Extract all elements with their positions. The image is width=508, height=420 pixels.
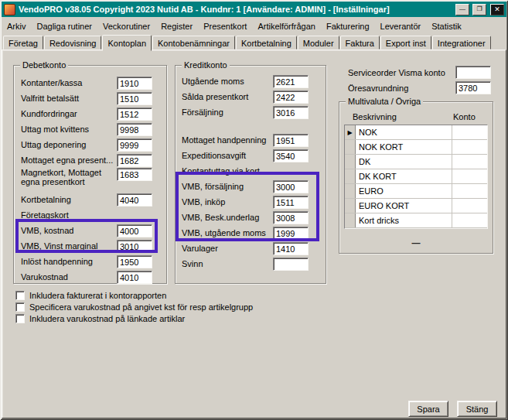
account-field[interactable]: 1951: [273, 134, 309, 147]
menu-item-3[interactable]: Veckorutiner: [97, 19, 155, 33]
menu-item-7[interactable]: Fakturering: [321, 19, 375, 33]
account-field[interactable]: 1950: [117, 255, 152, 268]
account-field[interactable]: 1511: [273, 196, 309, 209]
tab-kontobenämningar[interactable]: Kontobenämningar: [152, 36, 235, 50]
oresavrundning-field[interactable]: 3780: [455, 81, 491, 94]
account-field[interactable]: 9999: [117, 138, 152, 152]
account-field[interactable]: 3010: [117, 240, 152, 253]
account-field[interactable]: 3000: [273, 180, 309, 193]
currency-row[interactable]: Kort dricks: [345, 213, 487, 228]
serviceorder-field[interactable]: [455, 66, 491, 79]
row-spacer: [182, 120, 309, 132]
currency-row[interactable]: NOK KORT: [345, 140, 487, 155]
tab-integrationer[interactable]: Integrationer: [432, 36, 491, 50]
account-field[interactable]: 9998: [117, 123, 152, 136]
row-selector[interactable]: [345, 213, 356, 227]
account-row: Inlöst handpenning1950: [21, 254, 152, 269]
currency-name: DK KORT: [356, 169, 452, 183]
account-field[interactable]: 4040: [117, 193, 152, 207]
account-row: Expeditionsavgift3540: [182, 148, 309, 163]
account-field[interactable]: 3540: [273, 149, 309, 162]
account-row: Mottaget egna present...1682: [21, 152, 152, 168]
close-button[interactable]: ✕: [490, 4, 504, 15]
menu-item-5[interactable]: Presentkort: [198, 19, 252, 33]
spara-button[interactable]: Spara: [408, 401, 448, 417]
row-selector[interactable]: [345, 140, 356, 154]
currency-konto-field[interactable]: [452, 213, 487, 227]
tab-företag[interactable]: Företag: [3, 36, 43, 50]
account-field[interactable]: 4000: [117, 224, 152, 237]
currency-konto-field[interactable]: [452, 199, 487, 213]
account-field[interactable]: [273, 258, 309, 271]
checkbox[interactable]: [15, 302, 25, 312]
checkbox-row[interactable]: Inkludera varukostnad på länkade artikla…: [15, 312, 253, 324]
currency-name: NOK KORT: [356, 140, 452, 154]
tab-faktura[interactable]: Faktura: [340, 36, 380, 50]
currency-row[interactable]: EURO KORT: [345, 199, 487, 213]
account-label: VMB, försäljning: [182, 183, 273, 191]
menu-item-6[interactable]: Artikelförfrågan: [252, 19, 321, 33]
maximize-button[interactable]: ❐: [472, 4, 486, 15]
account-field[interactable]: 1999: [273, 227, 309, 240]
account-field[interactable]: 1682: [117, 154, 152, 167]
row-selector[interactable]: [345, 199, 356, 213]
checkbox[interactable]: [15, 314, 25, 323]
row-selector[interactable]: [345, 184, 356, 198]
currency-name: EURO: [356, 184, 452, 198]
menu-item-4[interactable]: Register: [155, 19, 198, 33]
account-row: Kontantuttag via kort: [182, 163, 309, 179]
menu-item-1[interactable]: Arkiv: [2, 19, 31, 33]
currency-row[interactable]: EURO: [345, 184, 487, 199]
account-label: Kundfordringar: [21, 110, 117, 118]
tab-redovisning[interactable]: Redovisning: [44, 36, 102, 50]
table-navigator[interactable]: —: [339, 238, 493, 248]
account-field[interactable]: 3008: [273, 211, 309, 224]
row-selector[interactable]: [345, 155, 356, 169]
account-label: VMB, kostnad: [21, 227, 117, 235]
serviceorder-label: Serviceorder Visma konto: [348, 68, 445, 77]
account-field[interactable]: 1512: [117, 108, 152, 121]
account-row: Varulager1410: [182, 241, 309, 256]
tab-moduler[interactable]: Moduler: [298, 36, 339, 50]
currency-row[interactable]: DK: [345, 155, 487, 169]
menu-item-2[interactable]: Dagliga rutiner: [31, 19, 97, 33]
account-field[interactable]: 1910: [117, 77, 152, 90]
debet-rows: Kontanter/kassa1910Valfritt betalsätt151…: [14, 66, 166, 283]
account-field[interactable]: 4010: [117, 271, 152, 284]
tab-kontoplan[interactable]: Kontoplan: [102, 35, 152, 51]
currency-konto-field[interactable]: [452, 140, 487, 154]
tab-kortbetalning[interactable]: Kortbetalning: [236, 36, 297, 50]
account-field[interactable]: 1683: [117, 168, 152, 181]
account-row: Magnetkort, Mottaget egna presentkort168…: [21, 168, 152, 192]
menu-item-8[interactable]: Leverantör: [375, 19, 427, 33]
account-field[interactable]: 1410: [273, 242, 309, 255]
stang-button[interactable]: Stäng: [457, 401, 497, 417]
checkbox-row[interactable]: Specificera varukostnad på angivet kst f…: [15, 301, 253, 312]
account-row: Kontanter/kassa1910: [21, 75, 152, 90]
account-label: Kortbetalning: [21, 196, 117, 204]
account-field[interactable]: 2422: [273, 90, 309, 104]
currency-konto-field[interactable]: [452, 184, 487, 198]
currency-table: ▶NOKNOK KORTDKDK KORTEUROEURO KORTKort d…: [344, 125, 488, 229]
minimize-button[interactable]: —: [455, 4, 469, 15]
currency-name: Kort dricks: [356, 213, 452, 227]
currency-konto-field[interactable]: [452, 169, 487, 183]
account-field[interactable]: 3016: [273, 106, 309, 119]
account-row: VMB, utgående moms1999: [182, 225, 309, 241]
menu-item-9[interactable]: Statistik: [426, 19, 467, 33]
tab-export-inst[interactable]: Export inst: [380, 36, 431, 50]
account-label: VMB, Besk.underlag: [182, 213, 273, 222]
account-label: Inlöst handpenning: [21, 258, 117, 266]
checkbox-label: Inkludera varukostnad på länkade artikla…: [29, 314, 185, 323]
currency-konto-field[interactable]: [452, 155, 487, 169]
checkbox-row[interactable]: Inkludera fakturerat i kontorapporten: [15, 289, 253, 301]
currency-row[interactable]: DK KORT: [345, 169, 487, 184]
account-field[interactable]: 2621: [273, 75, 309, 88]
currency-row[interactable]: ▶NOK: [345, 125, 487, 140]
checkbox[interactable]: [15, 291, 25, 300]
currency-konto-field[interactable]: [452, 125, 487, 139]
account-field[interactable]: 1510: [117, 92, 152, 105]
row-selector[interactable]: ▶: [345, 125, 356, 139]
account-row: VMB, kostnad4000: [21, 223, 152, 238]
row-selector[interactable]: [345, 169, 356, 183]
